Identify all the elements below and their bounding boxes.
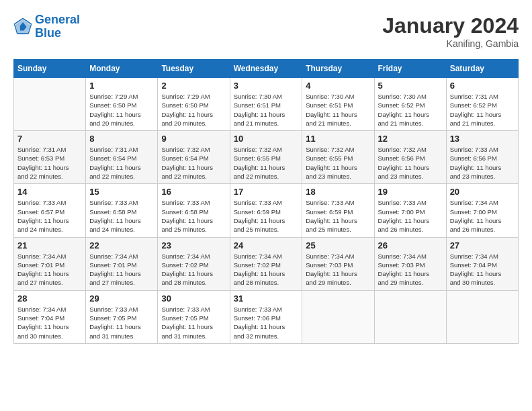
day-number: 24 (234, 240, 299, 250)
cell-info: Sunrise: 7:32 AM Sunset: 6:54 PM Dayligh… (161, 145, 226, 181)
cell-info: Sunrise: 7:33 AM Sunset: 6:58 PM Dayligh… (161, 198, 226, 234)
cell-info: Sunrise: 7:34 AM Sunset: 7:02 PM Dayligh… (161, 252, 226, 287)
location: Kanifing, Gambia (382, 38, 519, 49)
calendar-cell: 22Sunrise: 7:34 AM Sunset: 7:01 PM Dayli… (86, 237, 158, 290)
calendar-cell (446, 290, 518, 343)
day-number: 4 (306, 81, 370, 91)
calendar-cell: 6Sunrise: 7:31 AM Sunset: 6:52 PM Daylig… (446, 78, 518, 131)
cell-info: Sunrise: 7:30 AM Sunset: 6:52 PM Dayligh… (378, 92, 443, 128)
calendar-cell: 11Sunrise: 7:32 AM Sunset: 6:55 PM Dayli… (302, 131, 374, 184)
calendar-cell: 28Sunrise: 7:34 AM Sunset: 7:04 PM Dayli… (14, 290, 86, 343)
day-number: 17 (234, 187, 299, 197)
calendar-cell: 17Sunrise: 7:33 AM Sunset: 6:59 PM Dayli… (230, 184, 302, 237)
cell-info: Sunrise: 7:33 AM Sunset: 6:59 PM Dayligh… (306, 198, 370, 234)
calendar-cell: 3Sunrise: 7:30 AM Sunset: 6:51 PM Daylig… (230, 78, 302, 131)
cell-info: Sunrise: 7:33 AM Sunset: 6:56 PM Dayligh… (450, 145, 515, 181)
cell-info: Sunrise: 7:30 AM Sunset: 6:51 PM Dayligh… (234, 92, 299, 128)
calendar-cell: 9Sunrise: 7:32 AM Sunset: 6:54 PM Daylig… (158, 131, 230, 184)
day-number: 26 (378, 240, 443, 250)
cell-info: Sunrise: 7:32 AM Sunset: 6:55 PM Dayligh… (306, 145, 370, 181)
calendar-week-row: 21Sunrise: 7:34 AM Sunset: 7:01 PM Dayli… (14, 237, 519, 290)
day-number: 23 (161, 240, 226, 250)
cell-info: Sunrise: 7:29 AM Sunset: 6:50 PM Dayligh… (161, 92, 226, 128)
calendar-cell (302, 290, 374, 343)
month-year: January 2024 (382, 13, 519, 38)
day-of-week-header: Saturday (446, 60, 518, 78)
day-number: 29 (89, 293, 154, 304)
cell-info: Sunrise: 7:34 AM Sunset: 7:01 PM Dayligh… (17, 252, 82, 287)
cell-info: Sunrise: 7:33 AM Sunset: 6:58 PM Dayligh… (89, 198, 154, 234)
day-number: 8 (89, 134, 154, 144)
calendar-header-row: SundayMondayTuesdayWednesdayThursdayFrid… (14, 60, 519, 78)
calendar-cell: 26Sunrise: 7:34 AM Sunset: 7:03 PM Dayli… (374, 237, 446, 290)
day-number: 19 (378, 187, 443, 197)
cell-info: Sunrise: 7:33 AM Sunset: 6:59 PM Dayligh… (234, 198, 299, 234)
cell-info: Sunrise: 7:33 AM Sunset: 7:00 PM Dayligh… (378, 198, 443, 234)
cell-info: Sunrise: 7:32 AM Sunset: 6:55 PM Dayligh… (234, 145, 299, 181)
calendar-cell: 14Sunrise: 7:33 AM Sunset: 6:57 PM Dayli… (14, 184, 86, 237)
cell-info: Sunrise: 7:31 AM Sunset: 6:52 PM Dayligh… (450, 92, 515, 128)
day-number: 28 (17, 293, 82, 304)
calendar-cell: 24Sunrise: 7:34 AM Sunset: 7:02 PM Dayli… (230, 237, 302, 290)
day-number: 3 (234, 81, 299, 91)
cell-info: Sunrise: 7:33 AM Sunset: 7:05 PM Dayligh… (161, 305, 226, 340)
cell-info: Sunrise: 7:34 AM Sunset: 7:03 PM Dayligh… (378, 252, 443, 287)
calendar-table: SundayMondayTuesdayWednesdayThursdayFrid… (13, 59, 519, 344)
calendar-cell: 21Sunrise: 7:34 AM Sunset: 7:01 PM Dayli… (14, 237, 86, 290)
cell-info: Sunrise: 7:29 AM Sunset: 6:50 PM Dayligh… (89, 92, 154, 128)
calendar-cell: 10Sunrise: 7:32 AM Sunset: 6:55 PM Dayli… (230, 131, 302, 184)
calendar-cell: 15Sunrise: 7:33 AM Sunset: 6:58 PM Dayli… (86, 184, 158, 237)
cell-info: Sunrise: 7:31 AM Sunset: 6:53 PM Dayligh… (17, 145, 82, 181)
calendar-cell: 1Sunrise: 7:29 AM Sunset: 6:50 PM Daylig… (86, 78, 158, 131)
day-number: 7 (17, 134, 82, 144)
calendar-cell: 2Sunrise: 7:29 AM Sunset: 6:50 PM Daylig… (158, 78, 230, 131)
calendar-cell: 30Sunrise: 7:33 AM Sunset: 7:05 PM Dayli… (158, 290, 230, 343)
calendar-cell: 18Sunrise: 7:33 AM Sunset: 6:59 PM Dayli… (302, 184, 374, 237)
day-number: 27 (450, 240, 515, 250)
cell-info: Sunrise: 7:34 AM Sunset: 7:02 PM Dayligh… (234, 252, 299, 287)
logo-text: General Blue (35, 13, 80, 40)
cell-info: Sunrise: 7:33 AM Sunset: 6:57 PM Dayligh… (17, 198, 82, 234)
day-number: 5 (378, 81, 443, 91)
calendar-cell: 4Sunrise: 7:30 AM Sunset: 6:51 PM Daylig… (302, 78, 374, 131)
cell-info: Sunrise: 7:32 AM Sunset: 6:56 PM Dayligh… (378, 145, 443, 181)
page-header: General Blue January 2024 Kanifing, Gamb… (13, 13, 519, 49)
calendar-cell: 31Sunrise: 7:33 AM Sunset: 7:06 PM Dayli… (230, 290, 302, 343)
calendar-cell: 20Sunrise: 7:34 AM Sunset: 7:00 PM Dayli… (446, 184, 518, 237)
cell-info: Sunrise: 7:34 AM Sunset: 7:04 PM Dayligh… (17, 305, 82, 340)
day-number: 6 (450, 81, 515, 91)
day-number: 18 (306, 187, 370, 197)
title-block: January 2024 Kanifing, Gambia (382, 13, 519, 49)
day-number: 21 (17, 240, 82, 250)
calendar-week-row: 14Sunrise: 7:33 AM Sunset: 6:57 PM Dayli… (14, 184, 519, 237)
calendar-cell: 13Sunrise: 7:33 AM Sunset: 6:56 PM Dayli… (446, 131, 518, 184)
calendar-cell: 29Sunrise: 7:33 AM Sunset: 7:05 PM Dayli… (86, 290, 158, 343)
day-of-week-header: Wednesday (230, 60, 302, 78)
calendar-cell (14, 78, 86, 131)
day-number: 20 (450, 187, 515, 197)
day-number: 2 (161, 81, 226, 91)
cell-info: Sunrise: 7:30 AM Sunset: 6:51 PM Dayligh… (306, 92, 370, 128)
calendar-cell: 25Sunrise: 7:34 AM Sunset: 7:03 PM Dayli… (302, 237, 374, 290)
cell-info: Sunrise: 7:33 AM Sunset: 7:05 PM Dayligh… (89, 305, 154, 340)
logo-icon (13, 17, 32, 36)
calendar-cell: 8Sunrise: 7:31 AM Sunset: 6:54 PM Daylig… (86, 131, 158, 184)
day-number: 10 (234, 134, 299, 144)
day-number: 16 (161, 187, 226, 197)
logo: General Blue (13, 13, 80, 40)
day-number: 9 (161, 134, 226, 144)
day-number: 22 (89, 240, 154, 250)
calendar-cell: 19Sunrise: 7:33 AM Sunset: 7:00 PM Dayli… (374, 184, 446, 237)
calendar-cell: 5Sunrise: 7:30 AM Sunset: 6:52 PM Daylig… (374, 78, 446, 131)
calendar-week-row: 7Sunrise: 7:31 AM Sunset: 6:53 PM Daylig… (14, 131, 519, 184)
cell-info: Sunrise: 7:34 AM Sunset: 7:01 PM Dayligh… (89, 252, 154, 287)
cell-info: Sunrise: 7:34 AM Sunset: 7:00 PM Dayligh… (450, 198, 515, 234)
calendar-cell: 16Sunrise: 7:33 AM Sunset: 6:58 PM Dayli… (158, 184, 230, 237)
day-of-week-header: Tuesday (158, 60, 230, 78)
day-of-week-header: Thursday (302, 60, 374, 78)
calendar-cell: 12Sunrise: 7:32 AM Sunset: 6:56 PM Dayli… (374, 131, 446, 184)
day-number: 13 (450, 134, 515, 144)
cell-info: Sunrise: 7:34 AM Sunset: 7:04 PM Dayligh… (450, 252, 515, 287)
day-number: 11 (306, 134, 370, 144)
day-number: 31 (234, 293, 299, 304)
